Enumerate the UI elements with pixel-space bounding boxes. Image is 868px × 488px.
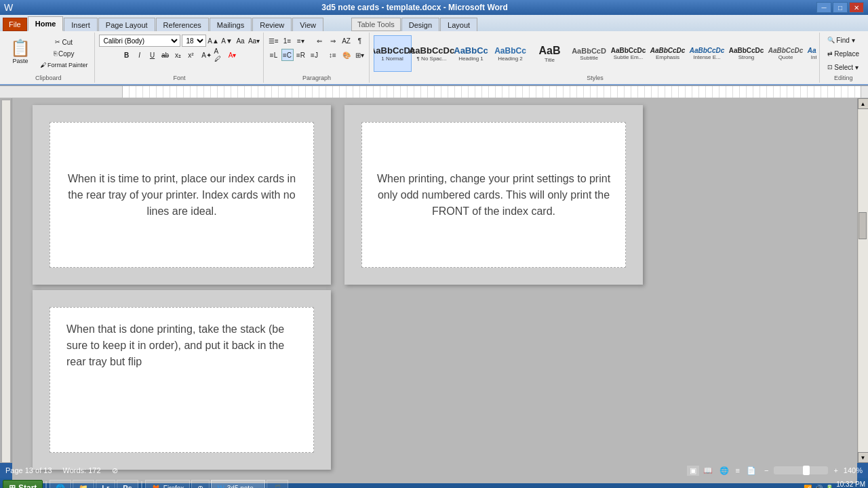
line-spacing-button[interactable]: ↕≡ — [327, 49, 339, 61]
index-card-1[interactable]: When it is time to print, place our inde… — [50, 122, 314, 268]
card-row-2: When that is done printing, take the sta… — [33, 290, 837, 470]
insert-tab[interactable]: Insert — [64, 18, 98, 31]
text-effect-button[interactable]: A✦ — [201, 49, 213, 61]
align-left-button[interactable]: ≡L — [268, 49, 280, 61]
style-title[interactable]: AaB Title — [531, 35, 569, 72]
subscript-button[interactable]: x₂ — [172, 49, 184, 61]
bullets-button[interactable]: ☰≡ — [268, 35, 280, 47]
view-tab[interactable]: View — [292, 18, 323, 31]
word-taskbtn[interactable]: W 3d5 note... — [211, 480, 265, 488]
design-tab[interactable]: Design — [401, 18, 439, 31]
align-right-button[interactable]: ≡R — [295, 49, 307, 61]
replace-button[interactable]: ⇄ Replace — [824, 47, 863, 60]
home-tab[interactable]: Home — [28, 16, 64, 31]
bold-button[interactable]: B — [121, 49, 133, 61]
multilevel-button[interactable]: ≡▾ — [295, 35, 307, 47]
review-tab[interactable]: Review — [252, 18, 292, 31]
font-color-button[interactable]: A▾ — [226, 49, 239, 61]
mailings-tab[interactable]: Mailings — [210, 18, 252, 31]
show-para-button[interactable]: ¶ — [354, 35, 366, 47]
page-layout-tab[interactable]: Page Layout — [98, 18, 155, 31]
photoshop-quicklaunch[interactable]: Ps — [117, 480, 138, 488]
view-buttons: ▣ 📖 🌐 ≡ 📄 — [687, 466, 759, 476]
start-button[interactable]: ⊞ Start — [3, 480, 43, 488]
style-subtitle[interactable]: AaBbCcD Subtitle — [570, 35, 608, 72]
borders-button[interactable]: ⊞▾ — [354, 49, 366, 61]
vertical-scrollbar[interactable]: ▲ ▼ — [857, 98, 868, 463]
web-layout-btn[interactable]: 🌐 — [717, 466, 732, 476]
sort-button[interactable]: AZ — [340, 35, 353, 47]
ribbon-content: 📋 Paste ✂ Cut ⎘ Copy 🖌 Format Painter — [0, 31, 868, 85]
scroll-track[interactable] — [859, 109, 868, 452]
layout-tab[interactable]: Layout — [440, 18, 477, 31]
format-painter-button[interactable]: 🖌 Format Painter — [37, 60, 92, 70]
vlc-taskbtn[interactable]: 🎵 — [267, 480, 288, 488]
ps-icon: Ps — [123, 484, 132, 488]
references-tab[interactable]: References — [156, 18, 209, 31]
index-card-3[interactable]: When that is done printing, take the sta… — [50, 307, 314, 453]
copy-button[interactable]: ⎘ Copy — [37, 48, 92, 59]
paste-button[interactable]: 📋 Paste — [5, 34, 35, 70]
format-painter-icon: 🖌 — [40, 62, 46, 68]
style-intense-q[interactable]: AaBbCcDc Intense Q... — [806, 35, 817, 72]
cut-button[interactable]: ✂ Cut — [37, 37, 92, 47]
style-emphasis[interactable]: AaBbCcDc Emphasis — [649, 35, 687, 72]
page-info: Page 13 of 13 — [5, 466, 52, 474]
shading-button[interactable]: 🎨 — [340, 49, 353, 61]
full-reading-btn[interactable]: 📖 — [701, 466, 715, 476]
justify-button[interactable]: ≡J — [309, 49, 321, 61]
app-icon: W — [4, 2, 13, 13]
superscript-button[interactable]: x² — [185, 49, 197, 61]
explorer-icon: 📁 — [79, 484, 88, 489]
explorer-quicklaunch[interactable]: 📁 — [73, 480, 94, 488]
scroll-down-button[interactable]: ▼ — [858, 452, 869, 463]
ie-quicklaunch[interactable]: 🌐 — [50, 480, 71, 488]
zoom-slider[interactable] — [774, 466, 828, 474]
numbering-button[interactable]: 1≡ — [281, 35, 294, 47]
style-no-spacing[interactable]: AaBbCcDc ¶ No Spac... — [413, 35, 451, 72]
card-row-1: When it is time to print, place our inde… — [33, 105, 837, 285]
scissors-icon: ✂ — [55, 39, 60, 45]
zoom-plus-btn[interactable]: + — [833, 466, 837, 474]
zoom-minus-btn[interactable]: − — [764, 466, 768, 474]
style-normal[interactable]: AaBbCcDc 1 Normal — [374, 35, 412, 72]
align-center-button[interactable]: ≡C — [281, 49, 294, 61]
font-grow-button[interactable]: A▲ — [208, 35, 220, 47]
style-quote[interactable]: AaBbCcDc Quote — [767, 35, 805, 72]
clear-format-button[interactable]: Aa — [235, 35, 247, 47]
scroll-up-button[interactable]: ▲ — [858, 98, 869, 109]
find-button[interactable]: 🔍 Find ▾ — [824, 34, 858, 46]
firefox-taskbtn[interactable]: 🦊 Firefox — [145, 480, 191, 488]
close-button[interactable]: ✕ — [849, 2, 864, 13]
lightroom-quicklaunch[interactable]: Lr — [96, 480, 115, 488]
style-subtle-em[interactable]: AaBbCcDc Subtle Em... — [610, 35, 648, 72]
font-name-select[interactable]: Calibri (Body) — [99, 35, 180, 47]
vertical-ruler — [0, 98, 12, 463]
text-highlight-button[interactable]: A🖊 — [214, 49, 226, 61]
card-page-1: When it is time to print, place our inde… — [33, 105, 331, 285]
style-intense-em[interactable]: AaBbCcDc Intense E... — [688, 35, 726, 72]
italic-button[interactable]: I — [134, 49, 146, 61]
outline-btn[interactable]: ≡ — [733, 466, 743, 476]
select-button[interactable]: ⊡ Select ▾ — [824, 61, 862, 73]
chrome-taskbtn[interactable]: ⊕ — [191, 480, 210, 488]
draft-btn[interactable]: 📄 — [744, 466, 759, 476]
minimize-button[interactable]: ─ — [816, 2, 831, 13]
scroll-thumb[interactable] — [859, 212, 867, 239]
style-strong[interactable]: AaBbCcDc Strong — [728, 35, 766, 72]
change-case-button[interactable]: Aa▾ — [248, 35, 260, 47]
title-bar: W 3d5 note cards - template.docx - Micro… — [0, 0, 868, 15]
decrease-indent-button[interactable]: ⇐ — [313, 35, 326, 47]
font-shrink-button[interactable]: A▼ — [221, 35, 233, 47]
underline-button[interactable]: U — [146, 49, 159, 61]
maximize-button[interactable]: □ — [833, 2, 848, 13]
file-tab[interactable]: File — [3, 18, 27, 31]
strikethrough-button[interactable]: ab — [159, 49, 172, 61]
style-heading2[interactable]: AaBbCc Heading 2 — [492, 35, 530, 72]
increase-indent-button[interactable]: ⇒ — [327, 35, 339, 47]
font-size-select[interactable]: 18 — [182, 35, 206, 47]
print-layout-btn[interactable]: ▣ — [687, 466, 699, 476]
style-heading1[interactable]: AaBbCc Heading 1 — [452, 35, 490, 72]
index-card-2[interactable]: When printing, change your print setting… — [361, 122, 626, 268]
paste-icon: 📋 — [10, 40, 31, 56]
